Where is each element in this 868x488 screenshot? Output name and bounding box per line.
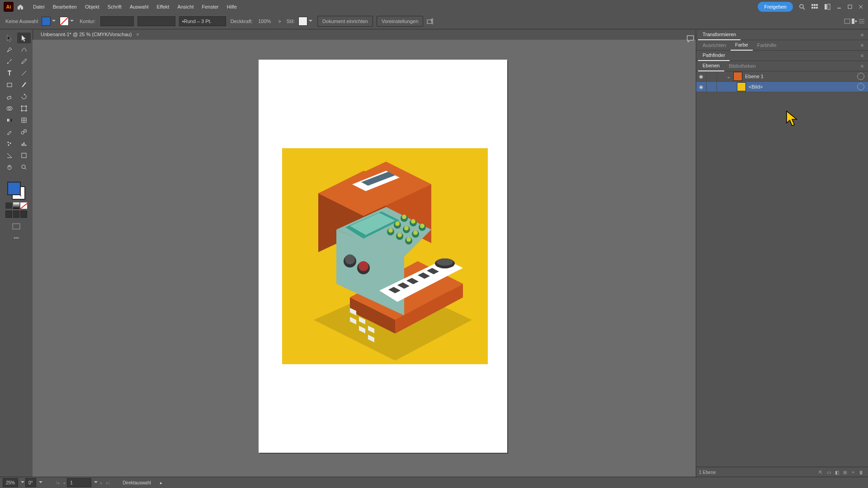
menu-object[interactable]: Objekt — [81, 0, 104, 14]
draw-normal[interactable] — [5, 211, 12, 218]
panel-menu-pathfinder[interactable]: ≡ — [858, 53, 866, 58]
shape-builder-tool[interactable] — [3, 103, 16, 114]
comment-icon[interactable] — [686, 35, 694, 43]
pen-tool[interactable] — [3, 44, 16, 55]
menu-view[interactable]: Ansicht — [173, 0, 198, 14]
layers-locate-icon[interactable]: ⇱ — [816, 470, 825, 475]
optbar-prefs-toggle[interactable] — [851, 18, 858, 25]
align-to-button[interactable] — [425, 16, 436, 27]
blend-tool[interactable] — [17, 127, 31, 137]
zoom-dropdown[interactable] — [20, 480, 25, 486]
menu-window[interactable]: Fenster — [198, 0, 222, 14]
sublayer-name[interactable]: <Bild> — [748, 84, 857, 89]
document-tab[interactable]: Unbenannt-1* @ 25 % (CMYK/Vorschau) × — [36, 29, 144, 40]
layers-mask-icon[interactable]: ◧ — [833, 470, 841, 475]
brush-tool[interactable] — [3, 56, 16, 67]
layer-row-image[interactable]: ◉ <Bild> — [696, 82, 868, 92]
rotate-field[interactable]: 0° — [25, 478, 36, 487]
draw-inside[interactable] — [20, 211, 27, 218]
brush-definition[interactable]: • Rund – 3 Pt. — [179, 16, 226, 26]
color-mode-none[interactable] — [20, 202, 27, 209]
document-tab-close[interactable]: × — [136, 32, 139, 37]
menu-edit[interactable]: Bearbeiten — [49, 0, 81, 14]
layers-sublayer-icon[interactable]: ⊞ — [841, 470, 849, 475]
panel-tab-pathfinder[interactable]: Pathfinder — [698, 50, 730, 61]
eyedropper-tool[interactable] — [3, 127, 16, 137]
placed-image[interactable] — [282, 148, 488, 364]
search-button[interactable] — [797, 1, 807, 12]
panel-tab-colorguide[interactable]: Farbhilfe — [753, 40, 781, 50]
window-close[interactable] — [856, 2, 865, 11]
stroke-weight-field[interactable] — [100, 16, 134, 26]
panel-menu-layers[interactable]: ≡ — [858, 63, 866, 69]
panel-tab-color[interactable]: Farbe — [731, 40, 753, 51]
visibility-toggle-icon[interactable]: ◉ — [696, 82, 707, 92]
window-maximize[interactable] — [845, 2, 854, 11]
line-tool[interactable] — [17, 68, 31, 79]
fill-dropdown[interactable] — [52, 17, 56, 25]
gradient-tool[interactable] — [3, 115, 16, 126]
mesh-tool[interactable] — [17, 115, 31, 126]
color-mode-solid[interactable] — [5, 202, 12, 209]
layer-row-1[interactable]: ◉ ⌄ Ebene 1 — [696, 71, 868, 82]
curvature-tool[interactable] — [17, 44, 31, 55]
layers-delete-icon[interactable]: 🗑 — [857, 470, 865, 475]
free-transform-tool[interactable] — [17, 103, 31, 114]
zoom-tool[interactable] — [17, 162, 31, 173]
paintbrush-tool[interactable] — [17, 80, 31, 90]
visibility-toggle-icon[interactable]: ◉ — [696, 71, 707, 81]
panel-tab-layers[interactable]: Ebenen — [698, 61, 724, 71]
optbar-menu1[interactable] — [844, 18, 851, 25]
menu-file[interactable]: Datei — [29, 0, 49, 14]
lock-toggle[interactable] — [707, 82, 717, 92]
menu-type[interactable]: Schrift — [104, 0, 126, 14]
menu-select[interactable]: Auswahl — [126, 0, 153, 14]
canvas-area[interactable] — [33, 40, 696, 477]
document-setup-button[interactable]: Dokument einrichten — [317, 16, 373, 27]
disclosure-triangle-icon[interactable]: ⌄ — [725, 74, 731, 80]
pencil-tool[interactable] — [17, 56, 31, 67]
lock-toggle[interactable] — [707, 71, 717, 81]
fill-stroke-indicator[interactable] — [7, 182, 25, 200]
fill-swatch[interactable] — [42, 17, 51, 26]
layer-name[interactable]: Ebene 1 — [744, 74, 857, 79]
layers-new-icon[interactable]: ＋ — [849, 469, 857, 475]
artboard-number-field[interactable]: 1 — [67, 478, 91, 487]
panel-tab-align[interactable]: Ausrichten — [698, 40, 731, 50]
artboard-tool[interactable] — [17, 150, 31, 161]
panel-menu-transform[interactable]: ≡ — [858, 32, 866, 38]
artboard-nav-last[interactable]: ▸I — [104, 480, 112, 485]
target-icon[interactable] — [857, 83, 864, 90]
workspace-switcher[interactable] — [822, 1, 833, 12]
color-mode-gradient[interactable] — [13, 202, 20, 209]
status-flyout[interactable]: ▸ — [160, 480, 162, 485]
draw-behind[interactable] — [13, 211, 20, 218]
window-minimize[interactable] — [835, 2, 844, 11]
symbol-sprayer-tool[interactable] — [3, 138, 16, 149]
home-button[interactable] — [15, 2, 25, 12]
edit-toolbar-button[interactable]: ••• — [3, 235, 30, 240]
artboard-nav-prev[interactable]: ◂ — [61, 480, 67, 485]
graphic-style-swatch[interactable] — [298, 17, 307, 26]
stroke-swatch[interactable] — [60, 17, 69, 26]
rotate-tool[interactable] — [17, 91, 31, 102]
artboard-dropdown[interactable] — [93, 480, 99, 486]
menu-effect[interactable]: Effekt — [152, 0, 173, 14]
direct-selection-tool[interactable] — [17, 33, 31, 43]
type-tool[interactable] — [3, 68, 16, 79]
zoom-field[interactable]: 25% — [3, 478, 18, 487]
panel-collapse-strip[interactable] — [684, 30, 696, 48]
variable-width-profile[interactable] — [137, 16, 175, 26]
panel-tab-transform[interactable]: Transformieren — [698, 29, 741, 40]
layers-clip-icon[interactable]: ▭ — [825, 470, 833, 475]
graphic-style-dropdown[interactable] — [308, 17, 313, 25]
target-icon[interactable] — [857, 73, 864, 80]
rectangle-tool[interactable] — [3, 80, 16, 90]
share-button[interactable]: Freigeben — [758, 2, 793, 12]
screen-mode-button[interactable] — [10, 222, 22, 230]
panel-menu-color[interactable]: ≡ — [858, 42, 866, 48]
selection-tool[interactable] — [3, 33, 16, 43]
column-graph-tool[interactable] — [17, 138, 31, 149]
panel-tab-libraries[interactable]: Bibliotheken — [724, 61, 760, 71]
eraser-tool[interactable] — [3, 91, 16, 102]
